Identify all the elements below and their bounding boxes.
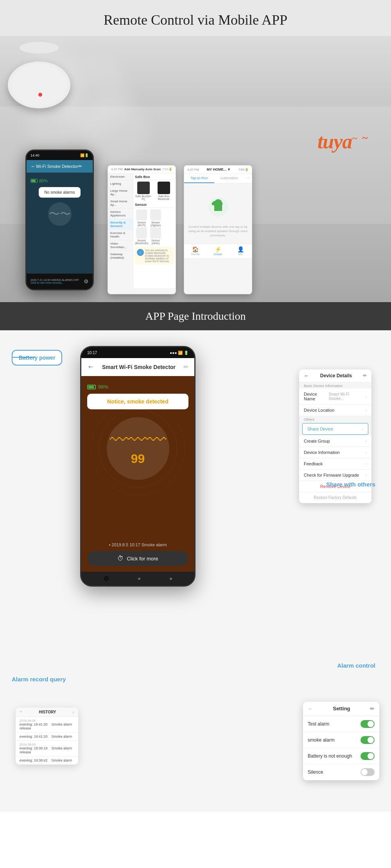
phone-status-bar: 14:40 📶🔋: [27, 151, 93, 160]
smoke-visual-circle: 〰〰〰 99: [107, 417, 169, 480]
sp-back-icon[interactable]: ←: [308, 706, 313, 712]
back-arrow-icon[interactable]: ←: [87, 363, 94, 371]
battery-toggle[interactable]: [361, 752, 375, 760]
category-sidebar: Electrician Lighting Large Home Ap... Sm…: [108, 173, 133, 288]
add-device-header: 4:37 PM Add Manually Auto Scan 73%🔋: [108, 166, 176, 173]
dd-feedback[interactable]: Feedback ›: [299, 458, 371, 470]
remote-control-title: Remote Control via Mobile APP: [0, 0, 391, 36]
main-phone-screen: 14:40 📶🔋 ← Wi-Fi Smoke Detector ✏ 80% No…: [27, 151, 93, 289]
bluetooth-notice: i You are advised to enable Bluetooth. E…: [135, 247, 174, 265]
sp-header: ← Setting ✏: [303, 702, 379, 716]
phone-content: 80% No smoke alarms 〜〜: [27, 173, 93, 274]
device-mount: [20, 42, 59, 54]
dd-section-basic: Basic Device Information: [299, 382, 371, 389]
dd-device-location: Device Location ›: [299, 405, 371, 416]
battery-callout: Battery power: [12, 350, 62, 366]
share-with-others-label: Share with others: [326, 481, 375, 488]
dd-device-name: Device Name Smart Wi-Fi Smoke... ›: [299, 389, 371, 405]
home-bottom-nav: 🏠 Home ⚡ Smart 👤 Me: [184, 244, 252, 258]
battery-callout-line: [12, 357, 35, 358]
sp-battery-not-enough: Battery is not enough: [303, 748, 379, 764]
battery-icon: [30, 179, 38, 183]
sp-test-alarm: Test alarm: [303, 716, 379, 732]
main-phone: 14:40 📶🔋 ← Wi-Fi Smoke Detector ✏ 80% No…: [25, 149, 94, 290]
dd-section-others: Others: [299, 416, 371, 422]
dd-check-firmware[interactable]: Check for Firmware Upgrade ›: [299, 470, 371, 481]
alarm-log-text: • 2019.8.5 10:17 Smoke alarm: [109, 542, 167, 547]
home-illustration: [204, 193, 232, 221]
history-back-icon[interactable]: ←: [20, 710, 23, 714]
history-panel: ← HISTORY ↓ 2019-08-04 evening: 19:41:20…: [16, 708, 78, 765]
battery-row: 98%: [87, 384, 108, 390]
phone-large-status: 10:17 ●●● 📶 🔋: [81, 347, 194, 358]
my-home-header: 4:37 PM MY HOME... ▼ 73%🔋: [184, 166, 252, 174]
sp-silence: Silence: [303, 764, 379, 780]
dd-back-icon[interactable]: ←: [304, 373, 309, 379]
smoke-detector-device: [8, 40, 78, 110]
dd-create-group[interactable]: Create Group ›: [299, 436, 371, 447]
category-content: Safe Box Safe Box(Wi-Fi) Safe Box Blueto…: [133, 173, 176, 288]
click-for-more-button[interactable]: ⏱ Click for more: [87, 551, 188, 566]
no-alarm-box: No smoke alarms: [39, 187, 81, 198]
dd-header: ← Device Details ✏: [299, 369, 371, 382]
tuya-logo: tuya~: [317, 130, 368, 153]
battery-indicator: 80%: [30, 178, 48, 183]
history-item-3: 2019-08-03 evening: 19:39:19 Smoke alarm…: [16, 741, 78, 756]
section-app: Battery power 10:17 ●●● 📶 🔋 ← Smart Wi-F…: [0, 330, 391, 812]
app-intro-title: APP Page Introduction: [8, 310, 383, 322]
silence-toggle[interactable]: [361, 768, 375, 776]
history-item-4: evening: 19:38:42 Smoke alarm: [16, 756, 78, 765]
my-home-phone: 4:37 PM MY HOME... ▼ 73%🔋 Tap-to-Run Aut…: [184, 165, 252, 294]
dd-edit-icon[interactable]: ✏: [363, 373, 367, 378]
section-divider: APP Page Introduction: [0, 302, 391, 330]
phone-footer: 2020.7.21 14:39 SMOKE ALARMS OFF Click t…: [27, 274, 93, 289]
sp-smoke-alarm: smoke alarm: [303, 732, 379, 748]
home-content: Control multiple devices with one tap or…: [184, 184, 252, 244]
smoke-alarm-toggle[interactable]: [361, 736, 375, 744]
history-item-2: evening: 19:41:20 Smoke alarm: [16, 733, 78, 741]
phone-header: ← Wi-Fi Smoke Detector ✏: [27, 160, 93, 173]
app-section-inner: Battery power 10:17 ●●● 📶 🔋 ← Smart Wi-F…: [12, 346, 379, 796]
edit-icon[interactable]: ✏: [183, 363, 188, 371]
phone-large-bottom-nav: ⚙: [81, 572, 194, 585]
device-indicator-dot: [38, 93, 42, 97]
section-remote: Remote Control via Mobile APP tuya~ 14:4…: [0, 0, 391, 302]
history-item-1: 2019-08-04 evening: 19:41:20 Smoke alarm…: [16, 717, 78, 733]
dd-device-information[interactable]: Device Information ›: [299, 447, 371, 458]
battery-green-icon: [87, 385, 96, 389]
setting-panel: ← Setting ✏ Test alarm smoke alarm Batte…: [303, 702, 379, 780]
device-body: [8, 61, 70, 108]
phone-large-header: ← Smart Wi-Fi Smoke Detector ✏: [81, 358, 194, 376]
dd-share-device[interactable]: Share Device ›: [302, 423, 368, 435]
remote-scene: tuya~ 14:40 📶🔋 ← Wi-Fi Smoke Detector ✏ …: [0, 36, 391, 302]
main-phone-large: 10:17 ●●● 📶 🔋 ← Smart Wi-Fi Smoke Detect…: [80, 346, 196, 587]
phone-large-content: 98% Notice, smoke detected 〰〰〰 99: [81, 376, 194, 572]
add-device-phone: 4:37 PM Add Manually Auto Scan 73%🔋 Elec…: [108, 165, 176, 294]
alarm-control-label: Alarm control: [337, 662, 375, 669]
sp-edit-icon[interactable]: ✏: [370, 706, 375, 712]
test-alarm-toggle[interactable]: [361, 720, 375, 728]
phone-circle-decoration: 〜〜: [48, 202, 72, 226]
history-header: ← HISTORY ↓: [16, 708, 78, 717]
main-phone-wrapper: 10:17 ●●● 📶 🔋 ← Smart Wi-Fi Smoke Detect…: [80, 346, 196, 587]
dd-restore-factory[interactable]: Restore Factory Defaults: [299, 492, 371, 503]
clock-icon: ⏱: [117, 555, 124, 562]
home-tabs: Tap-to-Run Automation ···: [184, 174, 252, 184]
alarm-record-label: Alarm record query: [12, 676, 66, 683]
